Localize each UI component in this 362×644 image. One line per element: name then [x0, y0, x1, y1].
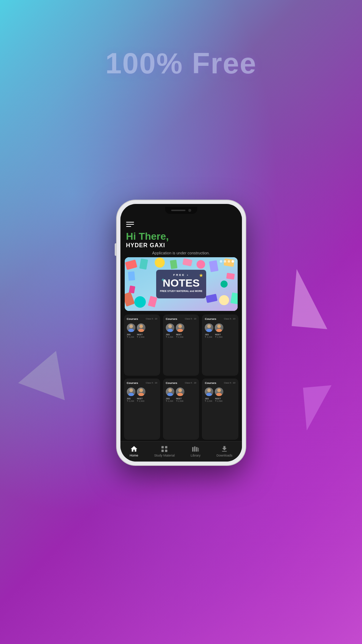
front-camera: [188, 209, 191, 212]
svg-text:FREE •: FREE •: [173, 273, 189, 277]
avatar-12: [215, 387, 223, 396]
svg-rect-54: [194, 447, 196, 452]
banner-dots: [220, 260, 234, 263]
decorative-triangle-right-top: [292, 269, 332, 329]
avatar-10: [176, 387, 184, 396]
greeting-hi: Hi There,: [126, 231, 236, 242]
dot-2: [224, 260, 226, 263]
svg-text:★: ★: [199, 273, 203, 278]
svg-rect-51: [162, 450, 164, 452]
jee-price-6: ₹ 2,234: [205, 400, 212, 402]
course-card-2[interactable]: Courses Class 5 - 10: [163, 314, 199, 376]
course-range-1: Class 5 - 10: [146, 318, 157, 320]
svg-point-33: [207, 325, 211, 328]
course-title-3: Courses: [205, 317, 216, 321]
svg-point-43: [178, 389, 182, 392]
neet-item-3: NEET ₹ 2,500: [215, 333, 223, 338]
avatar-4: [176, 323, 184, 332]
course-card-header-3: Courses Class 5 - 10: [205, 317, 235, 321]
course-card-1[interactable]: Courses Class 5 - 10: [124, 314, 160, 376]
svg-point-38: [128, 393, 134, 396]
decorative-triangle-right-bottom: [303, 385, 335, 431]
course-card-3[interactable]: Courses Class 5 - 10: [202, 314, 238, 376]
course-card-4[interactable]: Courses Class 5 - 10: [124, 379, 160, 440]
nav-item-library[interactable]: Library: [188, 444, 204, 458]
avatar-2: [137, 323, 145, 332]
home-label: Home: [130, 454, 138, 457]
course-title-1: Courses: [127, 317, 138, 321]
svg-point-36: [216, 329, 222, 332]
banner-illustration: FREE • NOTES FREE STUDY MATERIAL and MOR…: [125, 257, 238, 311]
svg-point-13: [219, 295, 229, 305]
svg-point-46: [206, 393, 212, 396]
phone-screen: Hi There, HYDER GAXI Application is unde…: [120, 204, 242, 462]
nav-item-home[interactable]: Home: [127, 444, 141, 458]
jee-item-3: JEE ₹ 2,234: [205, 333, 212, 338]
jee-price-3: ₹ 2,234: [205, 336, 212, 338]
svg-rect-21: [128, 271, 135, 280]
course-card-5[interactable]: Courses Class 5 - 10: [163, 379, 199, 440]
jee-item-1: JEE ₹ 2,234: [127, 333, 134, 338]
nav-item-downloads[interactable]: Downloads: [214, 444, 235, 458]
user-name: HYDER GAXI: [126, 242, 236, 249]
decorative-triangle-left: [14, 351, 65, 408]
neet-price-2: ₹ 2,500: [176, 336, 184, 338]
course-avatars-5: [166, 387, 196, 396]
course-avatars-4: [127, 387, 157, 396]
jee-item-6: JEE ₹ 2,234: [205, 397, 212, 402]
course-info-4: JEE ₹ 2,234 NEET ₹ 2,500: [127, 397, 157, 402]
course-info-3: JEE ₹ 2,234 NEET ₹ 2,500: [205, 333, 235, 338]
jee-price-1: ₹ 2,234: [127, 336, 134, 338]
svg-rect-56: [198, 448, 199, 452]
avatar-5: [205, 323, 213, 332]
svg-point-31: [178, 325, 182, 328]
course-card-6[interactable]: Courses Class 5 - 10: [202, 379, 238, 440]
neet-item-4: NEET ₹ 2,500: [137, 397, 144, 402]
svg-point-30: [167, 329, 173, 332]
app-header: [120, 217, 242, 228]
notch-bar: [120, 204, 242, 217]
svg-point-40: [138, 393, 144, 396]
jee-item-5: JEE ₹ 2,234: [166, 397, 173, 402]
course-range-2: Class 5 - 10: [185, 318, 196, 320]
course-title-6: Courses: [205, 381, 216, 385]
svg-point-32: [177, 329, 183, 332]
svg-point-42: [167, 393, 173, 396]
menu-line-2: [126, 224, 134, 225]
promo-banner[interactable]: FREE • NOTES FREE STUDY MATERIAL and MOR…: [125, 257, 238, 311]
study-material-label: Study Material: [154, 454, 175, 457]
svg-rect-55: [196, 447, 198, 452]
jee-price-4: ₹ 2,234: [127, 400, 134, 402]
course-card-header-5: Courses Class 5 - 10: [166, 381, 196, 385]
svg-rect-49: [162, 446, 164, 448]
nav-item-study-material[interactable]: Study Material: [151, 444, 178, 458]
hamburger-menu-button[interactable]: [126, 222, 134, 227]
course-avatars-2: [166, 323, 196, 332]
neet-price-3: ₹ 2,500: [215, 336, 223, 338]
avatar-1: [127, 323, 135, 332]
jee-item-2: JEE ₹ 2,234: [166, 333, 173, 338]
svg-point-29: [168, 325, 172, 328]
svg-rect-4: [170, 260, 177, 269]
course-title-4: Courses: [127, 381, 138, 385]
notch: [165, 207, 197, 214]
avatar-7: [127, 387, 135, 396]
neet-price-6: ₹ 2,500: [215, 400, 223, 402]
headline-text: 100% Free: [105, 47, 257, 80]
course-avatars-3: [205, 323, 235, 332]
svg-text:+: +: [162, 277, 164, 283]
svg-point-48: [216, 393, 222, 396]
jee-price-2: ₹ 2,234: [166, 336, 173, 338]
svg-text:FREE STUDY MATERIAL and MORE: FREE STUDY MATERIAL and MORE: [160, 290, 202, 292]
svg-point-25: [129, 325, 133, 328]
svg-point-28: [138, 329, 144, 332]
jee-price-5: ₹ 2,234: [166, 400, 173, 402]
avatar-3: [166, 323, 174, 332]
speaker: [171, 210, 185, 211]
menu-line-3: [126, 226, 131, 227]
svg-text:NOTES: NOTES: [163, 277, 199, 289]
svg-point-10: [134, 296, 146, 308]
phone-shell: Hi There, HYDER GAXI Application is unde…: [117, 200, 246, 465]
course-range-5: Class 5 - 10: [185, 382, 196, 384]
svg-point-39: [139, 389, 143, 392]
